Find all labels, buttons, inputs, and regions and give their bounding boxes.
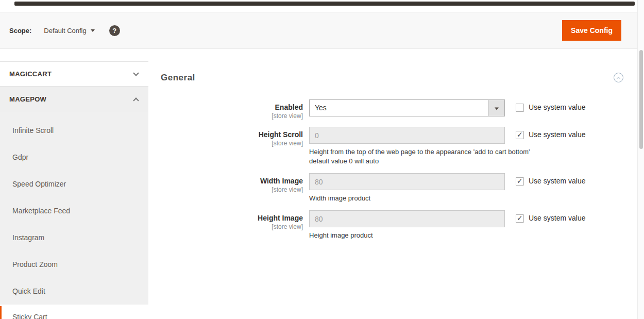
field-label-block: Enabled [store view] — [161, 99, 309, 120]
use-system-value-label: Use system value — [529, 130, 585, 139]
nav-group-magiccart[interactable]: MAGICCART — [0, 61, 148, 87]
field-note: Height image product — [309, 231, 541, 240]
field-note: Height from the top of the web page to t… — [309, 147, 541, 166]
sidebar-item-quick-edit[interactable]: Quick Edit — [0, 278, 148, 305]
height-scroll-input — [309, 127, 505, 144]
enabled-select[interactable]: Yes — [309, 99, 505, 116]
use-system-value-label: Use system value — [529, 214, 585, 222]
section-title: General — [161, 73, 195, 83]
nav-item-list: Infinite Scroll Gdpr Speed Optimizer Mar… — [0, 112, 148, 305]
field-label: Height Scroll — [161, 130, 303, 139]
sidebar-item-marketplace-feed[interactable]: Marketplace Feed — [0, 197, 148, 224]
form-row-height-scroll: Height Scroll [store view] Height from t… — [161, 127, 623, 166]
field-label-block: Width Image [store view] — [161, 173, 309, 193]
sidebar-item-sticky-cart[interactable]: Sticky Cart — [0, 306, 148, 319]
chevron-down-icon — [488, 100, 504, 116]
section-header: General — [161, 71, 623, 85]
field-note: Width image product — [309, 194, 541, 203]
chevron-up-icon — [617, 77, 620, 80]
field-label: Enabled — [161, 103, 303, 111]
use-system-value-checkbox[interactable] — [516, 177, 524, 186]
use-system-value-block: Use system value — [516, 210, 585, 223]
field-scope: [store view] — [161, 223, 303, 230]
scope-switcher[interactable]: Default Config — [44, 27, 94, 35]
use-system-value-block: Use system value — [516, 173, 585, 186]
height-image-input — [309, 210, 505, 227]
field-label-block: Height Scroll [store view] — [161, 127, 309, 147]
save-config-button[interactable]: Save Config — [562, 20, 621, 41]
field-scope: [store view] — [161, 186, 303, 193]
scope-toolbar: Scope: Default Config ? Save Config — [0, 12, 637, 49]
help-icon[interactable]: ? — [109, 25, 120, 36]
nav-group-magepow[interactable]: MAGEPOW — [0, 87, 148, 112]
field-input-block: Height from the top of the web page to t… — [309, 127, 505, 166]
form-row-height-image: Height Image [store view] Height image p… — [161, 210, 623, 240]
use-system-value-checkbox[interactable] — [516, 131, 524, 139]
collapse-section-icon[interactable] — [614, 73, 623, 82]
width-image-input — [309, 173, 505, 190]
nav-group-label: MAGICCART — [9, 70, 52, 78]
sidebar-item-infinite-scroll[interactable]: Infinite Scroll — [0, 117, 148, 144]
scrollbar-thumb[interactable] — [639, 50, 643, 149]
use-system-value-block: Use system value — [516, 127, 585, 139]
field-label: Width Image — [161, 177, 303, 185]
field-input-block: Yes — [309, 99, 505, 116]
chevron-down-icon — [91, 29, 95, 32]
field-scope: [store view] — [161, 140, 303, 147]
sidebar-item-gdpr[interactable]: Gdpr — [0, 144, 148, 171]
enabled-select-value: Yes — [310, 100, 504, 116]
config-section: General Enabled [store view] Yes — [161, 67, 623, 247]
sidebar-item-speed-optimizer[interactable]: Speed Optimizer — [0, 171, 148, 197]
field-scope: [store view] — [161, 112, 303, 120]
chevron-up-icon — [133, 97, 139, 103]
use-system-value-label: Use system value — [529, 103, 585, 111]
chevron-down-icon — [133, 70, 139, 76]
scrollbar-track[interactable] — [637, 0, 644, 319]
scope-value: Default Config — [44, 27, 86, 35]
field-input-block: Height image product — [309, 210, 505, 240]
magento-config-page: Scope: Default Config ? Save Config MAGI… — [0, 0, 644, 319]
config-nav-sidebar: MAGICCART MAGEPOW Infinite Scroll Gdpr S… — [0, 61, 148, 319]
form-row-enabled: Enabled [store view] Yes Use system valu… — [161, 99, 623, 120]
help-icon-glyph: ? — [112, 27, 116, 35]
field-label: Height Image — [161, 214, 303, 222]
use-system-value-block: Use system value — [516, 99, 585, 112]
form-row-width-image: Width Image [store view] Width image pro… — [161, 173, 623, 203]
sidebar-item-product-zoom[interactable]: Product Zoom — [0, 251, 148, 278]
use-system-value-checkbox[interactable] — [516, 104, 524, 112]
admin-menubar-edge — [14, 2, 635, 6]
scope-label: Scope: — [9, 27, 31, 35]
nav-group-label: MAGEPOW — [9, 95, 46, 103]
field-input-block: Width image product — [309, 173, 505, 203]
config-form: Enabled [store view] Yes Use system valu… — [161, 99, 623, 240]
sidebar-item-instagram[interactable]: Instagram — [0, 224, 148, 251]
field-label-block: Height Image [store view] — [161, 210, 309, 230]
use-system-value-label: Use system value — [529, 177, 585, 185]
use-system-value-checkbox[interactable] — [516, 214, 524, 223]
